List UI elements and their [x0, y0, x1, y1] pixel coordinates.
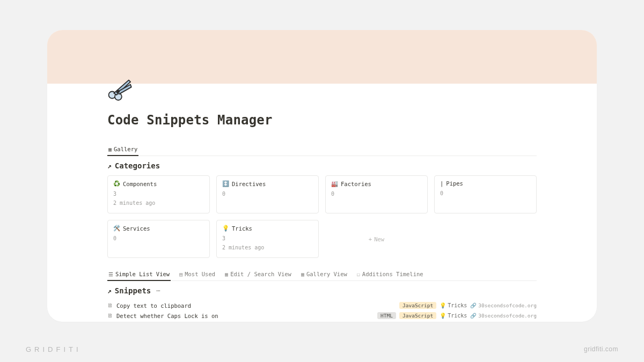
scissors-icon — [105, 74, 133, 104]
page-icon: 🗎 — [107, 312, 113, 319]
tab-gallery[interactable]: ▦ Gallery — [107, 144, 138, 156]
snippets-heading[interactable]: ↗ Snippets ⋯ — [107, 286, 537, 295]
card-time: 2 minutes ago — [113, 198, 204, 208]
bulb-icon: 💡 — [440, 313, 446, 319]
notion-page: Code Snippets Manager ▦ Gallery ↗ Catego… — [47, 30, 597, 322]
category-tag: 💡 Tricks — [440, 313, 467, 319]
heading-text: Snippets — [115, 286, 151, 295]
arrows-icon: ↕️ — [222, 180, 229, 187]
tools-icon: 🛠️ — [113, 225, 120, 232]
snippets-list: 🗎 Copy text to clipboard JavaScript 💡 Tr… — [107, 300, 537, 321]
category-card[interactable]: ♻️Components 3 2 minutes ago — [107, 175, 210, 213]
list-icon: ☰ — [108, 271, 113, 277]
new-label: New — [374, 236, 384, 242]
factory-icon: 🏭 — [331, 180, 338, 187]
bulb-icon: 💡 — [222, 225, 229, 232]
list-icon: ▤ — [179, 271, 182, 277]
card-name: Directives — [232, 181, 266, 187]
plus-icon: + — [369, 236, 372, 242]
card-time: 2 minutes ago — [222, 243, 313, 252]
categories-view-tabs: ▦ Gallery — [107, 144, 537, 156]
tab-timeline[interactable]: ☐ Additions Timeline — [356, 269, 425, 280]
tab-label: Gallery — [114, 146, 137, 152]
tag-pill: HTML — [377, 312, 396, 319]
tab-simple-list[interactable]: ☰ Simple List View — [107, 269, 171, 280]
source-link[interactable]: 🔗 30secondsofcode.org — [470, 313, 537, 319]
link-icon: 🔗 — [470, 313, 477, 319]
tab-label: Simple List View — [115, 271, 170, 277]
card-name: Components — [123, 181, 157, 187]
timeline-icon: ☐ — [357, 271, 360, 277]
card-count: 0 — [331, 189, 422, 198]
gallery-icon: ▦ — [108, 146, 112, 152]
bulb-icon: 💡 — [440, 302, 446, 308]
categories-gallery: ♻️Components 3 2 minutes ago ↕️Directive… — [107, 175, 537, 258]
open-arrow-icon: ↗ — [107, 162, 112, 170]
pipe-icon: | — [440, 180, 443, 187]
heading-text: Categories — [115, 161, 160, 170]
link-icon: 🔗 — [470, 302, 477, 308]
brand-left: GRIDFITI — [26, 345, 82, 353]
tag-pill: JavaScript — [399, 312, 436, 319]
gallery-icon: ▦ — [301, 271, 304, 277]
tab-label: Most Used — [185, 271, 215, 277]
tag-pill: JavaScript — [399, 302, 436, 309]
tab-most-used[interactable]: ▤ Most Used — [178, 269, 216, 280]
new-category-button[interactable]: + New — [325, 220, 428, 258]
tab-label: Gallery View — [306, 271, 347, 277]
tab-gallery-view[interactable]: ▦ Gallery View — [300, 269, 348, 280]
snippet-row[interactable]: 🗎 Copy text to clipboard JavaScript 💡 Tr… — [107, 300, 537, 311]
card-name: Tricks — [232, 225, 252, 232]
open-arrow-icon: ↗ — [107, 287, 112, 295]
category-card[interactable]: ↕️Directives 0 — [216, 175, 319, 213]
card-count: 3 — [113, 189, 204, 198]
snippet-row[interactable]: 🗎 Detect whether Caps Lock is on HTML Ja… — [107, 311, 537, 321]
tab-label: Additions Timeline — [362, 271, 423, 277]
recycle-icon: ♻️ — [113, 180, 120, 187]
snippet-title: Detect whether Caps Lock is on — [116, 313, 218, 319]
category-card[interactable]: |Pipes 0 — [434, 175, 537, 213]
snippets-view-tabs: ☰ Simple List View ▤ Most Used ▦ Edit / … — [107, 269, 537, 281]
svg-point-2 — [118, 91, 120, 93]
category-card[interactable]: 🏭Factories 0 — [325, 175, 428, 213]
brand-right: gridfiti.com — [584, 345, 618, 353]
category-card[interactable]: 🛠️Services 0 — [107, 220, 210, 258]
card-name: Factories — [341, 181, 371, 187]
page-title: Code Snippets Manager — [107, 113, 537, 128]
snippet-title: Copy text to clipboard — [116, 302, 191, 309]
card-name: Services — [123, 225, 150, 232]
source-link[interactable]: 🔗 30secondsofcode.org — [470, 302, 537, 308]
table-icon: ▦ — [225, 271, 228, 277]
tab-edit-search[interactable]: ▦ Edit / Search View — [224, 269, 292, 280]
page-icon: 🗎 — [107, 302, 113, 309]
category-card[interactable]: 💡Tricks 3 2 minutes ago — [216, 220, 319, 258]
category-tag: 💡 Tricks — [440, 302, 467, 308]
card-count: 0 — [440, 189, 531, 198]
watermark-footer: GRIDFITI gridfiti.com — [0, 345, 644, 353]
categories-heading[interactable]: ↗ Categories — [107, 161, 537, 170]
tab-label: Edit / Search View — [230, 271, 291, 277]
page-content: Code Snippets Manager ▦ Gallery ↗ Catego… — [47, 84, 597, 321]
card-count: 3 — [222, 234, 313, 243]
more-icon[interactable]: ⋯ — [156, 287, 161, 294]
card-count: 0 — [222, 189, 313, 198]
card-name: Pipes — [446, 180, 463, 187]
card-count: 0 — [113, 234, 204, 243]
